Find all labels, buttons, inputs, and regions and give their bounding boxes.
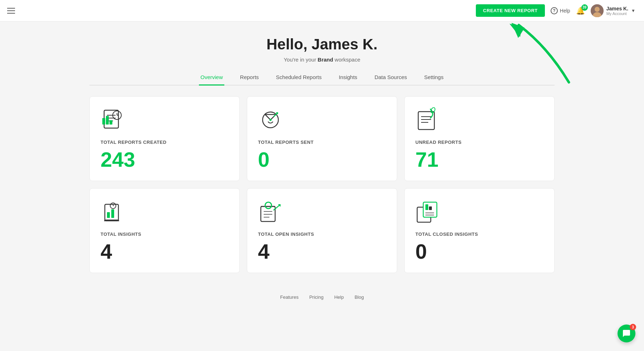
footer-link-blog[interactable]: Blog	[355, 294, 364, 300]
subtitle-prefix: You're in your	[284, 57, 318, 63]
stat-label-total-open-insights: TOTAL OPEN INSIGHTS	[258, 231, 386, 237]
header: CREATE NEW REPORT ? Help 🔔 39 James K. M…	[0, 0, 644, 21]
user-details: James K. My Account	[606, 6, 628, 16]
footer-link-features[interactable]: Features	[280, 294, 298, 300]
subtitle-suffix: workspace	[333, 57, 360, 63]
tab-insights[interactable]: Insights	[337, 70, 359, 86]
svg-rect-27	[111, 209, 114, 218]
tab-scheduled-reports[interactable]: Scheduled Reports	[274, 70, 323, 86]
hamburger-menu[interactable]	[7, 8, 15, 14]
svg-line-15	[265, 114, 270, 120]
help-circle-icon: ?	[551, 7, 558, 14]
unread-reports-icon	[415, 107, 440, 132]
header-right: CREATE NEW REPORT ? Help 🔔 39 James K. M…	[476, 4, 635, 17]
svg-rect-8	[102, 118, 105, 125]
tab-settings[interactable]: Settings	[423, 70, 445, 86]
workspace-name: Brand	[318, 57, 333, 63]
footer-link-help[interactable]: Help	[334, 294, 344, 300]
svg-rect-9	[106, 116, 109, 125]
stat-card-total-insights: TOTAL INSIGHTS 4	[89, 188, 240, 273]
page-title: Hello, James K.	[89, 36, 555, 53]
reports-created-icon	[101, 107, 126, 132]
svg-point-18	[269, 119, 272, 121]
reports-sent-icon	[258, 107, 283, 132]
chat-icon	[622, 329, 631, 338]
stat-value-total-reports-created: 243	[101, 149, 229, 170]
stats-row-2: TOTAL INSIGHTS 4 TOTAL OPEN INSIGHTS 4	[89, 188, 555, 273]
chat-badge: 3	[630, 324, 636, 330]
hero-subtitle: You're in your Brand workspace	[89, 57, 555, 63]
chevron-down-icon: ▼	[631, 8, 635, 13]
stat-card-total-open-insights: TOTAL OPEN INSIGHTS 4	[247, 188, 397, 273]
stat-value-total-insights: 4	[101, 241, 229, 262]
avatar	[591, 4, 604, 17]
stat-card-total-reports-sent: TOTAL REPORTS SENT 0	[247, 96, 397, 181]
create-report-button[interactable]: CREATE NEW REPORT	[476, 4, 545, 17]
navigation-tabs: Overview Reports Scheduled Reports Insig…	[89, 70, 555, 86]
help-button[interactable]: ? Help	[551, 7, 570, 14]
user-account-label: My Account	[606, 11, 628, 16]
stat-label-total-reports-created: TOTAL REPORTS CREATED	[101, 140, 229, 145]
svg-rect-19	[418, 112, 434, 130]
svg-rect-34	[265, 202, 272, 209]
stat-value-total-closed-insights: 0	[415, 241, 543, 262]
stat-card-unread-reports: UNREAD REPORTS 71	[404, 96, 555, 181]
svg-rect-41	[429, 206, 432, 210]
help-label: Help	[560, 8, 570, 14]
stat-value-total-open-insights: 4	[258, 241, 386, 262]
chat-button[interactable]: 3	[618, 325, 635, 342]
stat-card-total-closed-insights: TOTAL CLOSED INSIGHTS 0	[404, 188, 555, 273]
user-info[interactable]: James K. My Account ▼	[591, 4, 635, 17]
hamburger-icon[interactable]	[7, 8, 15, 14]
stat-label-unread-reports: UNREAD REPORTS	[415, 140, 543, 145]
total-insights-icon	[101, 199, 126, 224]
tab-overview[interactable]: Overview	[199, 70, 224, 86]
stat-label-total-reports-sent: TOTAL REPORTS SENT	[258, 140, 386, 145]
total-open-insights-icon	[258, 199, 283, 224]
svg-point-23	[430, 107, 436, 113]
total-closed-insights-icon	[415, 199, 440, 224]
stat-value-unread-reports: 71	[415, 149, 543, 170]
svg-rect-40	[425, 204, 428, 210]
hero-section: Hello, James K. You're in your Brand wor…	[89, 21, 555, 70]
tab-reports[interactable]: Reports	[239, 70, 260, 86]
stats-row-1: TOTAL REPORTS CREATED 243 TOTAL REPORTS …	[89, 96, 555, 181]
notification-badge: 39	[581, 4, 588, 11]
tab-data-sources[interactable]: Data Sources	[373, 70, 409, 86]
stat-card-total-reports-created: TOTAL REPORTS CREATED 243	[89, 96, 240, 181]
svg-rect-10	[109, 120, 112, 125]
footer-link-pricing[interactable]: Pricing	[309, 294, 323, 300]
svg-rect-26	[107, 212, 110, 218]
main-content: Hello, James K. You're in your Brand wor…	[82, 21, 562, 307]
user-name: James K.	[606, 6, 628, 11]
footer: Features Pricing Help Blog	[89, 280, 555, 307]
svg-point-1	[595, 7, 600, 12]
stat-value-total-reports-sent: 0	[258, 149, 386, 170]
stat-label-total-insights: TOTAL INSIGHTS	[101, 231, 229, 237]
notification-button[interactable]: 🔔 39	[576, 6, 585, 15]
stat-label-total-closed-insights: TOTAL CLOSED INSIGHTS	[415, 231, 543, 237]
